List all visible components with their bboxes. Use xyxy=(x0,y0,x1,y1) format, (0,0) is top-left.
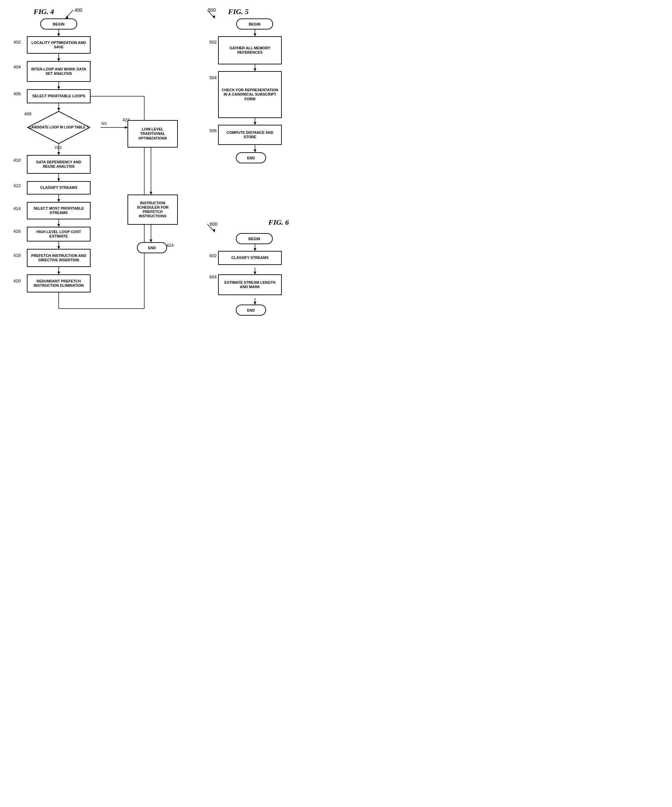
fig6-node-602: CLASSIFY STREAMS xyxy=(218,251,282,265)
fig6-end: END xyxy=(236,305,266,315)
svg-marker-11 xyxy=(57,178,60,181)
svg-marker-47 xyxy=(254,272,256,274)
fig4-node-408: CANDIDATE LOOP IN LOOP TABLE ? xyxy=(27,111,91,144)
svg-marker-5 xyxy=(57,86,60,89)
fig4-ref-406: 406 xyxy=(13,91,21,96)
fig5-node-502: GATHER ALL MEMORY REFERENCES xyxy=(218,36,282,65)
svg-marker-41 xyxy=(254,149,256,152)
fig6-ref-604: 604 xyxy=(210,274,217,279)
fig4-ref-414: 414 xyxy=(13,206,21,211)
svg-marker-32 xyxy=(65,15,68,18)
fig4-node-instr-sched: INSTRUCTION SCHEDULER FOR PREFETCH INSTR… xyxy=(128,194,178,225)
fig4-node-420: REDUNDANT PREFETCH INSTRUCTION ELIMINATI… xyxy=(27,274,91,292)
svg-marker-26 xyxy=(125,126,128,129)
fig4-node-414: SELECT MOST PROFITABLE STREAMS xyxy=(27,202,91,219)
svg-marker-28 xyxy=(150,192,152,194)
svg-marker-37 xyxy=(254,68,256,71)
svg-marker-13 xyxy=(57,199,60,202)
fig4-node-410: DATA DEPENDENCY AND REUSE ANALYSIS xyxy=(27,155,91,174)
fig4-lines xyxy=(0,0,228,396)
fig6-node-604: ESTIMATE STREAM LENGTH AND MARK xyxy=(218,274,282,295)
svg-marker-3 xyxy=(57,58,60,61)
fig6-ref-602: 602 xyxy=(210,253,217,258)
fig4-ref-424: 424 xyxy=(166,243,174,248)
svg-marker-9 xyxy=(57,152,60,155)
fig4-ref-410: 410 xyxy=(13,158,21,163)
fig4-node-402: LOCALITY OPTIMIZATION AND SAVE xyxy=(27,36,91,54)
svg-marker-43 xyxy=(212,15,215,18)
fig5-ref-504: 504 xyxy=(210,75,217,80)
fig4-title: FIG. 4 xyxy=(33,7,54,16)
svg-marker-7 xyxy=(57,108,60,111)
fig4-node-412: CLASSIFY STREAMS xyxy=(27,181,91,194)
fig5-node-506: COMPUTE DISTANCE AND STORE xyxy=(218,125,282,145)
fig5-ref-502: 502 xyxy=(210,40,217,45)
fig4-ref-420: 420 xyxy=(13,278,21,284)
svg-marker-51 xyxy=(212,229,215,232)
svg-marker-17 xyxy=(57,246,60,249)
fig4-ref-418: 418 xyxy=(13,253,21,258)
fig4-node-416: HIGH LEVEL LOOP COST ESTIMATE xyxy=(27,227,91,241)
fig4-ref-412: 412 xyxy=(13,183,21,188)
fig6-ref: 600 xyxy=(210,221,218,227)
fig5-ref: 500 xyxy=(208,7,216,13)
fig4-no-label: NO xyxy=(101,121,107,125)
svg-line-31 xyxy=(65,10,73,18)
svg-marker-49 xyxy=(254,302,256,305)
fig6-begin: BEGIN xyxy=(236,233,273,244)
svg-marker-1 xyxy=(57,33,60,36)
fig4-node-418: PREFETCH INSTRUCTION AND DIRECTIVE INSER… xyxy=(27,249,91,267)
fig5-ref-506: 506 xyxy=(210,128,217,133)
fig4-ref-402: 402 xyxy=(13,40,21,45)
svg-marker-39 xyxy=(254,122,256,125)
fig4-node-406: SELECT PROFITABLE LOOPS xyxy=(27,89,91,103)
svg-marker-15 xyxy=(57,224,60,227)
svg-marker-35 xyxy=(254,33,256,36)
fig4-begin: BEGIN xyxy=(40,18,77,30)
fig4-yes-label: YES xyxy=(54,146,62,149)
fig5-end: END xyxy=(236,152,266,163)
fig4-end-424: END xyxy=(137,242,167,253)
fig4-ref-416: 416 xyxy=(13,229,21,234)
fig5-begin: BEGIN xyxy=(236,18,273,30)
page: FIG. 4 400 xyxy=(0,0,336,404)
fig4-node-422: LOW-LEVEL TRADITIONAL OPTIMIZATIONS xyxy=(128,120,178,148)
fig5-title: FIG. 5 xyxy=(228,7,249,16)
svg-marker-45 xyxy=(254,248,256,251)
fig4-node-404: INTER-LOOP AND WORK DATA SET ANALYSIS xyxy=(27,61,91,82)
svg-marker-19 xyxy=(57,272,60,274)
fig4-ref: 400 xyxy=(75,7,82,13)
fig6-title: FIG. 6 xyxy=(268,218,289,227)
fig5-node-504: CHECK FOR REPRESENTATION IN A CANONICAL … xyxy=(218,71,282,118)
svg-marker-30 xyxy=(150,239,152,242)
fig4-ref-404: 404 xyxy=(13,65,21,70)
